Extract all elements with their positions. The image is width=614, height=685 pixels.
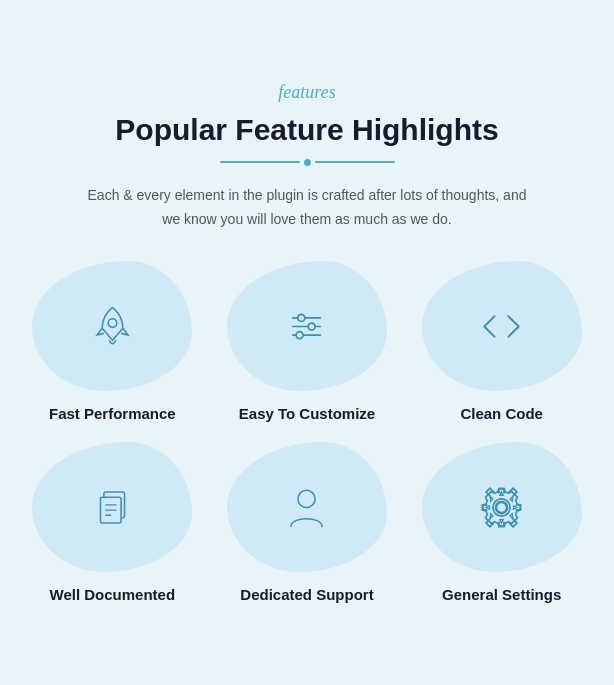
- feature-label-well-documented: Well Documented: [50, 586, 176, 603]
- feature-label-easy-customize: Easy To Customize: [239, 405, 375, 422]
- document-icon: [85, 480, 140, 535]
- divider-line-left: [220, 161, 300, 163]
- feature-label-dedicated-support: Dedicated Support: [240, 586, 373, 603]
- feature-well-documented: Well Documented: [20, 442, 205, 603]
- code-icon: [474, 299, 529, 354]
- divider: [20, 159, 594, 166]
- icon-blob-document: [32, 442, 192, 572]
- svg-point-6: [297, 331, 304, 338]
- feature-dedicated-support: Dedicated Support: [215, 442, 400, 603]
- feature-general-settings: General Settings: [409, 442, 594, 603]
- svg-point-15: [496, 501, 508, 513]
- person-icon: [279, 480, 334, 535]
- feature-label-fast-performance: Fast Performance: [49, 405, 176, 422]
- feature-label-general-settings: General Settings: [442, 586, 561, 603]
- icon-blob-code: [422, 261, 582, 391]
- svg-point-4: [298, 314, 305, 321]
- section-description: Each & every element in the plugin is cr…: [87, 184, 527, 232]
- gear-icon: [474, 480, 529, 535]
- svg-point-5: [309, 323, 316, 330]
- divider-dot: [304, 159, 311, 166]
- icon-blob-person: [227, 442, 387, 572]
- divider-line-right: [315, 161, 395, 163]
- icon-blob-rocket: [32, 261, 192, 391]
- sliders-icon: [279, 299, 334, 354]
- features-grid: Fast Performance Easy To Customize: [20, 261, 594, 603]
- page-wrapper: features Popular Feature Highlights Each…: [0, 42, 614, 644]
- section-title: Popular Feature Highlights: [20, 113, 594, 147]
- feature-label-clean-code: Clean Code: [460, 405, 543, 422]
- svg-point-14: [497, 502, 507, 512]
- section-label: features: [20, 82, 594, 103]
- icon-blob-gear: [422, 442, 582, 572]
- icon-blob-sliders: [227, 261, 387, 391]
- svg-point-12: [298, 490, 315, 507]
- feature-fast-performance: Fast Performance: [20, 261, 205, 422]
- svg-point-0: [108, 319, 117, 328]
- rocket-icon: [85, 299, 140, 354]
- feature-easy-customize: Easy To Customize: [215, 261, 400, 422]
- feature-clean-code: Clean Code: [409, 261, 594, 422]
